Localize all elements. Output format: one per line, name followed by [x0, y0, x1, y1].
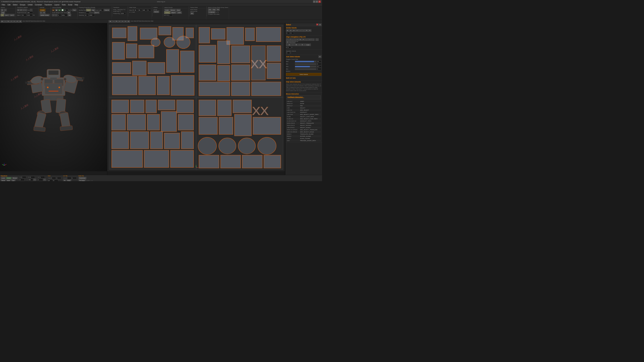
sv-input[interactable]: [38, 179, 43, 181]
minimize-button[interactable]: ─: [313, 0, 315, 3]
vp-icon-scale[interactable]: ⤢: [10, 20, 13, 23]
uv-icon-magnet[interactable]: ⊡: [127, 20, 130, 23]
snap-input2[interactable]: [56, 177, 61, 179]
ig-num[interactable]: [168, 14, 172, 16]
uv-icon-rotate[interactable]: ↻: [115, 20, 118, 23]
align-br[interactable]: ⌟: [312, 38, 314, 41]
pack-all-btn[interactable]: Pack All: [104, 9, 110, 11]
maximize-button[interactable]: □: [316, 0, 318, 3]
uv-icon-scale[interactable]: ⤢: [118, 20, 121, 23]
pack-mut-num[interactable]: [85, 12, 89, 14]
ry2-input[interactable]: [28, 179, 33, 181]
sim-btn6[interactable]: ↕: [302, 29, 305, 32]
t-user-btn[interactable]: User: [11, 180, 16, 181]
seams-btn2[interactable]: ✂: [4, 9, 7, 11]
viewport-uv[interactable]: XX: [107, 23, 285, 175]
menu-item-layout[interactable]: Layout: [53, 4, 60, 6]
snap-input4[interactable]: [53, 180, 58, 181]
snap-input3[interactable]: [48, 180, 53, 181]
select-options-btn[interactable]: ⚙: [318, 24, 322, 26]
init-val4[interactable]: [147, 9, 151, 11]
menu-item-help[interactable]: Help: [74, 4, 79, 6]
stack-pic[interactable]: Pic: [216, 8, 220, 11]
vp-icon-move[interactable]: ↔: [4, 20, 7, 23]
seams-off[interactable]: Off: [1, 14, 4, 16]
ry-add-btn[interactable]: +: [34, 179, 36, 181]
unwrap-enable-btn[interactable]: Enable: [40, 9, 46, 11]
pack-norm[interactable]: Norm: [86, 9, 91, 11]
menu-item-edit[interactable]: Edit: [6, 4, 12, 6]
snap-input1[interactable]: [51, 177, 56, 179]
align-bl[interactable]: ⌞: [305, 38, 308, 41]
sv-add-btn[interactable]: +: [43, 179, 46, 181]
auto-select-options[interactable]: ▼: [318, 56, 322, 58]
update-unwrap-btn[interactable]: Update Unwrap: [40, 14, 50, 16]
menu-item-select[interactable]: Select: [12, 4, 18, 6]
ti-angle-val[interactable]: [27, 12, 33, 14]
align-flip-h[interactable]: ↔: [289, 41, 292, 43]
tv-input[interactable]: [20, 179, 24, 181]
seams-liveu[interactable]: Live U: [4, 14, 9, 16]
stack-0collected[interactable]: 0 Collected: [208, 11, 216, 13]
close-button[interactable]: ✕: [318, 0, 321, 3]
align-fit2[interactable]: ⊞: [293, 44, 300, 46]
max-input[interactable]: [317, 60, 322, 62]
layout-attr-btn[interactable]: Attr: [67, 12, 70, 14]
sim-btn7[interactable]: ⟲: [305, 29, 308, 32]
ig-billpaint[interactable]: Billpaint: [170, 12, 176, 14]
configure-title[interactable]: Configure Interaction _: [288, 96, 320, 98]
seams-snap[interactable]: Snap: [1, 12, 5, 14]
ti-btn4[interactable]: ↕: [24, 9, 27, 11]
sim-btn4[interactable]: ⊙: [296, 29, 298, 32]
align-mc[interactable]: ⊕: [299, 38, 302, 41]
align-flip-v[interactable]: ↕: [292, 41, 296, 43]
unwrap-r-btn[interactable]: ⟲: [42, 12, 46, 14]
layout-btn3[interactable]: ■: [58, 9, 60, 11]
su-input[interactable]: [40, 176, 45, 178]
select-islands-btn[interactable]: Select Islands: [286, 73, 322, 76]
align-ml[interactable]: ⊣: [296, 38, 298, 41]
similar-num2[interactable]: [290, 32, 294, 34]
align-bc[interactable]: ⊥: [308, 38, 311, 41]
sim-btn5[interactable]: ↔: [299, 29, 302, 32]
select-close-btn[interactable]: ✕: [316, 24, 318, 26]
ti-btn1[interactable]: ↻: [17, 9, 19, 11]
reset-btn[interactable]: Reset: [66, 180, 71, 181]
saardine-input1[interactable]: [286, 52, 290, 54]
layout-btn-plus[interactable]: +: [52, 14, 54, 16]
vp-icon-cursor[interactable]: ⊕: [1, 20, 4, 23]
align-crush[interactable]: Crush: [305, 44, 311, 46]
menu-item-script[interactable]: Script: [67, 4, 73, 6]
ig-remove[interactable]: Remove: [170, 9, 176, 11]
sim-btn8[interactable]: ⟳: [308, 29, 311, 32]
menu-item-files[interactable]: Files: [1, 4, 6, 6]
layout-btn4[interactable]: ⬜: [61, 9, 64, 11]
align-tl[interactable]: ⌜: [286, 38, 289, 41]
ti-btn2[interactable]: ↺: [20, 9, 22, 11]
pack-autofit-btn[interactable]: Auto Fit: [94, 12, 100, 14]
init-val1[interactable]: [134, 9, 138, 11]
uv-icon-pencil[interactable]: ✏: [124, 20, 127, 23]
ry-input[interactable]: [30, 176, 35, 178]
min-input[interactable]: [317, 63, 322, 65]
stack-link[interactable]: Link: [208, 8, 212, 11]
ti-btn5[interactable]: [30, 9, 32, 11]
unwrap-u-btn[interactable]: U: [40, 12, 42, 14]
layout-btn1[interactable]: ▶: [52, 9, 55, 11]
uv-snap1[interactable]: [66, 177, 71, 179]
redistribute-btn[interactable]: Redistribute: [78, 177, 86, 179]
ig-none[interactable]: None: [176, 9, 181, 11]
menu-item-constrain[interactable]: Constrain: [34, 4, 43, 6]
uv-icon-move[interactable]: ↔: [112, 20, 115, 23]
vp-icon-pencil[interactable]: ✏: [16, 20, 19, 23]
outline-stacked[interactable]: Stacked: [153, 10, 159, 13]
pack-high[interactable]: High: [91, 9, 95, 11]
layout-btn2[interactable]: ◀: [55, 9, 58, 11]
min-slider[interactable]: [295, 63, 316, 65]
seams-liveo[interactable]: Live O: [10, 14, 14, 16]
ti-btn3[interactable]: ↔: [22, 9, 24, 11]
layout-pack-btn[interactable]: Pack: [72, 9, 76, 11]
sim-btn2[interactable]: ⊖: [289, 29, 292, 32]
align-straighten1[interactable]: ⟂: [316, 38, 318, 41]
ti-num2[interactable]: [27, 14, 32, 16]
